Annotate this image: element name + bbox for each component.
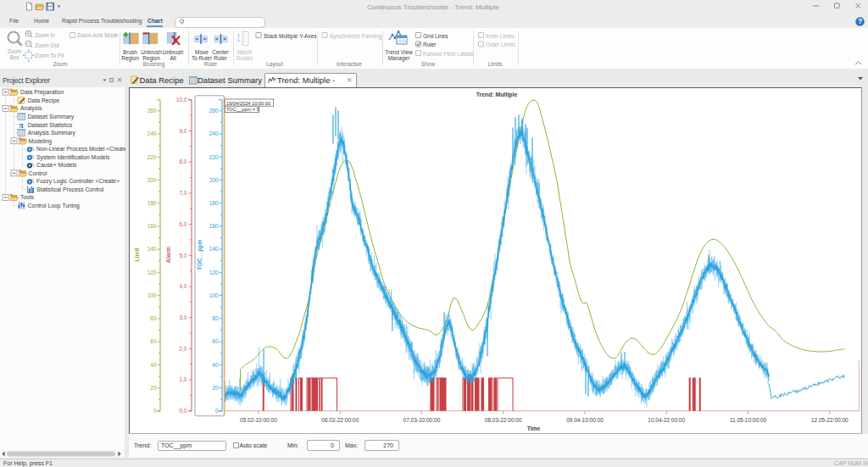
svg-text:260: 260 [147, 108, 157, 114]
svg-text:06.02-22:00:00: 06.02-22:00:00 [321, 416, 359, 422]
svg-text:Dataset Statistics: Dataset Statistics [28, 122, 73, 128]
svg-text:5,0: 5,0 [179, 252, 186, 258]
svg-text:08.03-22:00:00: 08.03-22:00:00 [485, 416, 522, 422]
svg-text:80: 80 [212, 315, 219, 321]
svg-text:240: 240 [209, 131, 219, 136]
svg-text:0: 0 [153, 408, 157, 414]
svg-text:180: 180 [147, 199, 157, 205]
svg-text:Tools: Tools [20, 194, 34, 200]
svg-text:09.04-10:00:00: 09.04-10:00:00 [566, 416, 604, 422]
svg-text:Data Preparation: Data Preparation [20, 89, 64, 96]
svg-text:80: 80 [150, 315, 157, 321]
svg-text:200: 200 [209, 176, 219, 182]
svg-text:120: 120 [209, 269, 219, 275]
svg-text:20: 20 [212, 384, 219, 390]
svg-text:200: 200 [147, 176, 157, 182]
svg-text:4,0: 4,0 [179, 283, 186, 289]
svg-text:40: 40 [212, 361, 219, 367]
svg-text:TOC__ppm: TOC__ppm [197, 239, 203, 270]
svg-text:40: 40 [150, 361, 157, 367]
svg-text:9,0: 9,0 [179, 127, 186, 133]
svg-text:220: 220 [209, 153, 219, 159]
svg-text:60: 60 [150, 338, 157, 344]
svg-text:140: 140 [209, 246, 219, 252]
svg-text:12.05-22:00:00: 12.05-22:00:00 [811, 416, 849, 422]
svg-text:Trend: Multiple: Trend: Multiple [476, 91, 518, 97]
svg-text:Control Loop Tuning: Control Loop Tuning [28, 203, 80, 209]
svg-text:Analysis Summary: Analysis Summary [28, 130, 76, 136]
svg-text:Fuzzy Logic Controller <Create: Fuzzy Logic Controller <Create> [36, 178, 120, 185]
svg-text:100: 100 [209, 292, 219, 297]
svg-text:19/04/2024 10:00:00: 19/04/2024 10:00:00 [226, 100, 270, 105]
svg-text:0,0: 0,0 [179, 408, 186, 414]
svg-text:11.05-10:00:00: 11.05-10:00:00 [730, 416, 767, 422]
svg-text:05.02-10:00:00: 05.02-10:00:00 [240, 416, 277, 422]
svg-text:TOC__ppm = 5: TOC__ppm = 5 [226, 107, 259, 112]
svg-text:Time: Time [527, 425, 541, 431]
svg-text:220: 220 [147, 153, 157, 159]
svg-text:Statistical Process Control: Statistical Process Control [36, 186, 104, 192]
svg-text:240: 240 [147, 131, 157, 136]
svg-text:Limit: Limit [134, 247, 140, 261]
svg-text:7,0: 7,0 [179, 190, 186, 196]
svg-text:180: 180 [209, 199, 219, 205]
svg-text:3,0: 3,0 [179, 314, 186, 320]
svg-text:160: 160 [147, 223, 157, 229]
svg-text:Modeling: Modeling [29, 138, 53, 145]
svg-text:120: 120 [147, 269, 157, 275]
svg-text:2,0: 2,0 [179, 345, 186, 351]
svg-text:Cause+ Models: Cause+ Models [36, 162, 77, 168]
svg-text:10,0: 10,0 [176, 97, 187, 103]
svg-text:260: 260 [209, 108, 219, 114]
svg-text:Control: Control [29, 170, 47, 176]
svg-text:Alarm: Alarm [165, 246, 171, 262]
svg-text:10.04-22:00:00: 10.04-22:00:00 [648, 416, 685, 422]
svg-text:6,0: 6,0 [179, 220, 186, 226]
svg-text:60: 60 [212, 338, 219, 344]
svg-text:Dataset Summary: Dataset Summary [28, 114, 75, 120]
svg-text:π: π [19, 121, 24, 130]
svg-text:Analysis: Analysis [20, 105, 42, 112]
svg-text:100: 100 [147, 292, 157, 297]
svg-text:140: 140 [147, 246, 157, 252]
svg-text:Data Recipe: Data Recipe [28, 97, 60, 104]
svg-text:?: ? [858, 17, 862, 25]
svg-text:1,0: 1,0 [179, 376, 186, 382]
svg-text:07.03-10:00:00: 07.03-10:00:00 [403, 416, 441, 422]
svg-text:0: 0 [215, 408, 219, 414]
svg-text:20: 20 [150, 384, 157, 390]
svg-text:8,0: 8,0 [179, 158, 186, 164]
svg-text:Non-Linear Process Model <Crea: Non-Linear Process Model <Create> [36, 146, 125, 152]
svg-text:160: 160 [209, 223, 219, 229]
svg-text:System Identification Models: System Identification Models [36, 154, 110, 161]
